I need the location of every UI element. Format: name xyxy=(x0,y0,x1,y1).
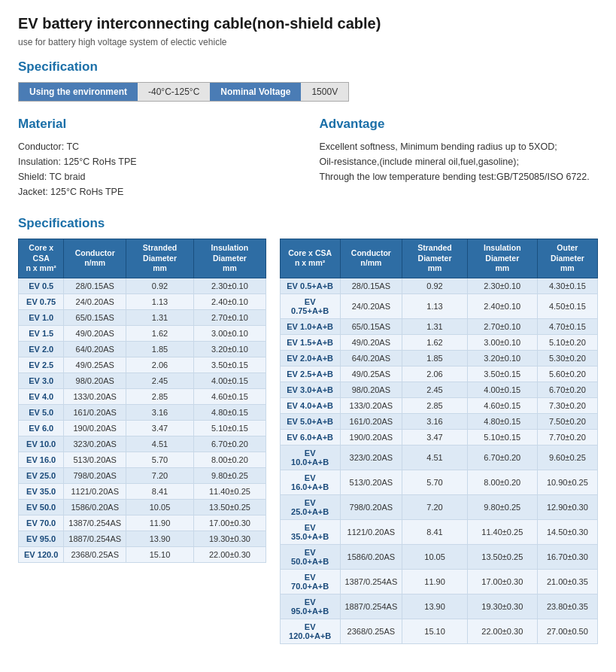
table-cell: 13.50±0.25 xyxy=(467,544,537,569)
table-header: Stranded Diametermm xyxy=(126,239,194,278)
table-cell: 11.90 xyxy=(126,515,194,531)
table-cell: EV 25.0+A+B xyxy=(280,494,340,519)
table-cell: EV 50.0 xyxy=(19,499,64,515)
table-cell: EV 16.0 xyxy=(19,452,64,467)
table-row: EV 4.0+A+B133/0.20AS2.854.60±0.157.30±0.… xyxy=(280,397,597,413)
table-cell: 4.00±0.15 xyxy=(467,382,537,397)
table-cell: EV 6.0+A+B xyxy=(280,429,340,445)
table-cell: 4.80±0.15 xyxy=(467,413,537,429)
table-cell: EV 1.5 xyxy=(19,325,64,341)
table-row: EV 1.549/0.20AS1.623.00±0.10 xyxy=(19,325,266,341)
table-row: EV 1.065/0.15AS1.312.70±0.10 xyxy=(19,309,266,325)
table-cell: 22.00±0.30 xyxy=(193,546,266,562)
table-cell: 13.90 xyxy=(402,594,468,619)
table-cell: 1.62 xyxy=(402,334,468,350)
table-cell: 7.20 xyxy=(126,467,194,483)
table-cell: 64/0.20AS xyxy=(340,350,402,366)
table-cell: 4.51 xyxy=(126,436,194,452)
table-cell: 9.60±0.25 xyxy=(537,445,597,470)
table-cell: EV 6.0 xyxy=(19,420,64,436)
table-cell: 0.92 xyxy=(126,278,194,293)
table-cell: 2.85 xyxy=(126,388,194,404)
table-cell: 1.85 xyxy=(402,350,468,366)
table-row: EV 2.0+A+B64/0.20AS1.853.20±0.105.30±0.2… xyxy=(280,350,597,366)
table-cell: 4.50±0.15 xyxy=(537,293,597,318)
table-cell: 323/0.20AS xyxy=(340,445,402,470)
table-row: EV 25.0+A+B798/0.20AS7.209.80±0.2512.90±… xyxy=(280,494,597,519)
table-row: EV 120.02368/0.25AS15.1022.00±0.30 xyxy=(19,546,266,562)
table-cell: EV 4.0+A+B xyxy=(280,397,340,413)
table-cell: 2368/0.25AS xyxy=(340,619,402,643)
table-cell: 2.40±0.10 xyxy=(467,293,537,318)
table-cell: 7.70±0.20 xyxy=(537,429,597,445)
table-cell: 9.80±0.25 xyxy=(193,467,266,483)
table-cell: 11.90 xyxy=(402,569,468,594)
table-cell: 4.51 xyxy=(402,445,468,470)
table-cell: 1.31 xyxy=(126,309,194,325)
table-row: EV 6.0+A+B190/0.20AS3.475.10±0.157.70±0.… xyxy=(280,429,597,445)
table-cell: 49/0.25AS xyxy=(340,366,402,382)
table-cell: 8.00±0.20 xyxy=(193,452,266,467)
table-row: EV 95.0+A+B1887/0.254AS13.9019.30±0.3023… xyxy=(280,594,597,619)
table-header: Conductorn/mm xyxy=(64,239,126,278)
table-row: EV 2.064/0.20AS1.853.20±0.10 xyxy=(19,341,266,357)
table-cell: EV 2.0+A+B xyxy=(280,350,340,366)
table-header: Core x CSAn x mm² xyxy=(19,239,64,278)
table-cell: EV 50.0+A+B xyxy=(280,544,340,569)
table-cell: 3.16 xyxy=(126,404,194,420)
tables-container: Core x CSAn x mm²Conductorn/mmStranded D… xyxy=(18,239,598,644)
voltage-value: 1500V xyxy=(301,83,348,101)
table-cell: 2.06 xyxy=(402,366,468,382)
table-header: Stranded Diametermm xyxy=(402,239,468,278)
advantage-line: Oil-resistance,(include mineral oil,fuel… xyxy=(320,154,599,169)
table-cell: EV 70.0+A+B xyxy=(280,569,340,594)
table-cell: EV 2.5+A+B xyxy=(280,366,340,382)
table-cell: EV 95.0 xyxy=(19,531,64,546)
table-row: EV 95.01887/0.254AS13.9019.30±0.30 xyxy=(19,531,266,546)
advantage-heading: Advantage xyxy=(320,117,599,132)
table-row: EV 70.01387/0.254AS11.9017.00±0.30 xyxy=(19,515,266,531)
table-cell: EV 120.0+A+B xyxy=(280,619,340,643)
table-cell: 1.62 xyxy=(126,325,194,341)
table-cell: 8.41 xyxy=(402,519,468,544)
table-row: EV 5.0161/0.20AS3.164.80±0.15 xyxy=(19,404,266,420)
table-cell: 17.00±0.30 xyxy=(193,515,266,531)
table-cell: 4.70±0.15 xyxy=(537,318,597,334)
table-cell: 7.30±0.20 xyxy=(537,397,597,413)
table-cell: EV 10.0 xyxy=(19,436,64,452)
table-row: EV 35.0+A+B1121/0.20AS8.4111.40±0.2514.5… xyxy=(280,519,597,544)
table-cell: 3.47 xyxy=(402,429,468,445)
advantage-block: Advantage Excellent softness, Minimum be… xyxy=(320,117,599,199)
table-cell: 65/0.15AS xyxy=(64,309,126,325)
table-cell: 7.20 xyxy=(402,494,468,519)
table-cell: 65/0.15AS xyxy=(340,318,402,334)
table-row: EV 0.5+A+B28/0.15AS0.922.30±0.104.30±0.1… xyxy=(280,278,597,293)
table-cell: 13.90 xyxy=(126,531,194,546)
table-cell: EV 10.0+A+B xyxy=(280,445,340,470)
table-cell: 10.05 xyxy=(402,544,468,569)
table-row: EV 120.0+A+B2368/0.25AS15.1022.00±0.3027… xyxy=(280,619,597,643)
table-row: EV 6.0190/0.20AS3.475.10±0.15 xyxy=(19,420,266,436)
table-row: EV 0.75+A+B24/0.20AS1.132.40±0.104.50±0.… xyxy=(280,293,597,318)
table-cell: 1.13 xyxy=(126,293,194,309)
table-row: EV 16.0+A+B513/0.20AS5.708.00±0.2010.90±… xyxy=(280,470,597,494)
table-cell: 3.50±0.15 xyxy=(193,357,266,372)
table-cell: 19.30±0.30 xyxy=(193,531,266,546)
table-cell: 49/0.25AS xyxy=(64,357,126,372)
table-cell: 3.50±0.15 xyxy=(467,366,537,382)
table-cell: 5.70 xyxy=(126,452,194,467)
table-cell: 1.85 xyxy=(126,341,194,357)
table-cell: 23.80±0.35 xyxy=(537,594,597,619)
table-cell: 6.70±0.20 xyxy=(537,382,597,397)
table-row: EV 2.5+A+B49/0.25AS2.063.50±0.155.60±0.2… xyxy=(280,366,597,382)
material-text: Conductor: TCInsulation: 125°C RoHs TPES… xyxy=(18,139,297,199)
material-heading: Material xyxy=(18,117,297,132)
table-cell: 513/0.20AS xyxy=(64,452,126,467)
table-row: EV 3.0+A+B98/0.20AS2.454.00±0.156.70±0.2… xyxy=(280,382,597,397)
env-value: -40°C-125°C xyxy=(138,83,210,101)
table-cell: EV 5.0 xyxy=(19,404,64,420)
table-row: EV 0.528/0.15AS0.922.30±0.10 xyxy=(19,278,266,293)
table-cell: EV 3.0 xyxy=(19,372,64,388)
table-cell: EV 70.0 xyxy=(19,515,64,531)
table-row: EV 25.0798/0.20AS7.209.80±0.25 xyxy=(19,467,266,483)
